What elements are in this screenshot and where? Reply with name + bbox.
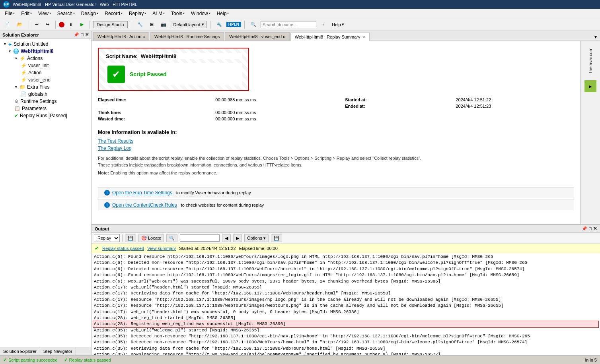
tree-globals[interactable]: 📄 globals.h xyxy=(2,91,90,98)
tab-runtime-settings[interactable]: WebHttpHtml8 : Runtime Settings xyxy=(150,32,224,41)
solution-icon: ◈ xyxy=(8,41,12,47)
design-studio-button[interactable]: Design Studio xyxy=(93,21,128,28)
runtime-link-bar-1: i Open the Run Time Settings to modify V… xyxy=(98,187,574,198)
tree-actions[interactable]: ▼ ⚡ Actions xyxy=(2,55,90,62)
menu-edit[interactable]: Edit ▾ xyxy=(18,10,35,17)
view-summary-link[interactable]: View summary xyxy=(147,246,176,251)
note-text: Note: Enabling this option may affect th… xyxy=(98,170,574,175)
menu-help[interactable]: Help ▾ xyxy=(214,10,232,17)
grid-btn[interactable]: ⊞ xyxy=(147,21,156,28)
log-line: Action.c(6): Found resource http://192.1… xyxy=(93,272,598,278)
file-icon: 📄 xyxy=(21,91,27,97)
replay-status-link[interactable]: Replay status passed xyxy=(102,246,144,251)
output-pin-btn[interactable]: 📌 xyxy=(582,226,587,231)
tree-action[interactable]: ⚡ Action xyxy=(2,69,90,76)
output-search-input[interactable] xyxy=(180,234,220,242)
tab-close-icon[interactable]: ✕ xyxy=(362,35,365,39)
tab-dropdown-btn[interactable]: ▾ xyxy=(593,33,598,41)
menu-window[interactable]: Window ▾ xyxy=(188,10,214,17)
log-line: Action.c(35): Detected non-resource "htt… xyxy=(93,339,598,345)
menu-tools[interactable]: Tools ▾ xyxy=(168,10,188,17)
play-btn[interactable]: ▶ xyxy=(78,21,86,28)
prev-search-btn[interactable]: ◀ xyxy=(222,234,231,242)
vugen2-btn[interactable]: 🔩 xyxy=(214,21,225,28)
save-log-btn[interactable]: 💾 xyxy=(271,234,282,242)
open-btn[interactable]: 📂 xyxy=(14,21,25,28)
log-line: Action.c(28): Registering web_reg_find w… xyxy=(93,321,598,327)
output-log[interactable]: Action.c(5): Found resource http://192.1… xyxy=(92,253,600,355)
search-toolbar-btn[interactable]: 🔍 xyxy=(248,21,259,28)
default-layout-button[interactable]: Default layout ▾ xyxy=(171,21,207,28)
tree-solution[interactable]: ▼ ◈ Solution Untitled xyxy=(2,41,90,48)
pause-btn[interactable]: ⏸ xyxy=(66,21,76,28)
next-search-btn[interactable]: ▶ xyxy=(233,234,242,242)
menu-view[interactable]: View ▾ xyxy=(35,10,54,17)
menu-design[interactable]: Design ▾ xyxy=(78,10,101,17)
search-toolbar-input[interactable] xyxy=(261,21,316,28)
sidebar-header-buttons: 📌 □ ✕ xyxy=(74,32,89,37)
log-line: Action.c(17): Retrieving data from cache… xyxy=(93,290,598,296)
script-passed-box: Script Name: WebHttpHtml8 ✔ Script Passe… xyxy=(98,48,249,91)
info-icon-1: i xyxy=(104,190,110,196)
test-results-link[interactable]: The Test Results xyxy=(98,138,574,144)
replay-log-link[interactable]: The Replay Log xyxy=(98,145,574,151)
output-float-btn[interactable]: □ xyxy=(589,226,592,231)
help-button[interactable]: Help ▾ xyxy=(329,21,347,28)
vugen-btn[interactable]: 🔧 xyxy=(134,21,146,28)
output-source-select[interactable]: Replay xyxy=(94,234,120,242)
menu-file[interactable]: File ▾ xyxy=(2,10,18,17)
undo-btn[interactable]: ↩ xyxy=(32,21,41,28)
locate-btn[interactable]: 🎯 Locate xyxy=(138,234,164,242)
sidebar-close-btn[interactable]: ✕ xyxy=(85,32,89,37)
tab-replay-summary[interactable]: WebHttpHtml8 : Replay Summary ✕ xyxy=(290,33,370,41)
right-panel-arrow-btn[interactable]: ▶ xyxy=(584,80,596,92)
menu-record[interactable]: Record ▾ xyxy=(101,10,126,17)
content-check-link[interactable]: Open the ContentCheck Rules xyxy=(112,202,177,208)
runtime-link-bar-2: i Open the ContentCheck Rules to check w… xyxy=(98,199,574,210)
tree-runtime-settings[interactable]: ⚙ Runtime Settings xyxy=(2,98,90,105)
sidebar-tab-solution-explorer[interactable]: Solution Explorer xyxy=(0,347,40,355)
redo-btn[interactable]: ↪ xyxy=(43,21,52,28)
more-info-title: More information is available in: xyxy=(98,129,574,135)
log-line: Action.c(28): web_reg_find started [MsgI… xyxy=(93,315,598,321)
runtime-links: i Open the Run Time Settings to modify V… xyxy=(98,187,574,210)
right-panel: The avai curr ▶ xyxy=(580,41,600,224)
tree-extra-files[interactable]: ▼ 📁 Extra Files xyxy=(2,83,90,91)
log-line: Action.c(17): Resource "http://192.168.1… xyxy=(93,297,598,303)
script-icon: 🌐 xyxy=(13,48,19,54)
tree-vuser-end[interactable]: ⚡ vuser_end xyxy=(2,76,90,83)
tab-vuser-end[interactable]: WebHttpHtml8 : vuser_end.c xyxy=(225,32,289,41)
output-status-bar: ✔ Replay status passed View summary Star… xyxy=(92,244,600,253)
hpln-badge[interactable]: HPLN xyxy=(226,22,241,27)
runtime-settings-link[interactable]: Open the Run Time Settings xyxy=(112,190,172,196)
output-close-btn[interactable]: ✕ xyxy=(593,226,597,231)
folder-icon: 📁 xyxy=(19,84,25,90)
save-output-btn[interactable]: 💾 xyxy=(125,234,136,242)
new-btn[interactable]: 📄 xyxy=(2,21,13,28)
log-line: Action.c(35): Detected non-resource "htt… xyxy=(93,333,598,339)
expand-icon: ▼ xyxy=(3,42,7,46)
sidebar-header: Solution Explorer 📌 □ ✕ xyxy=(0,31,91,39)
tree-replay-runs[interactable]: ✔ Replay Runs [Passed] xyxy=(2,112,90,119)
more-info-section: More information is available in: The Te… xyxy=(98,129,574,175)
screenshot-btn[interactable]: 📷 xyxy=(158,21,169,28)
line-indicator: ln ln 5 xyxy=(585,358,597,362)
tab-action-c[interactable]: WebHttpHtml8 : Action.c xyxy=(93,32,149,41)
actions-icon: ⚡ xyxy=(19,56,25,61)
tree-parameters[interactable]: 📋 Parameters xyxy=(2,105,90,112)
tree-script[interactable]: ▼ 🌐 WebHttpHtml8 xyxy=(2,48,90,55)
tree-vuser-init[interactable]: ⚡ vuser_init xyxy=(2,62,90,69)
sidebar-float-btn[interactable]: □ xyxy=(81,32,84,37)
menu-alm[interactable]: ALM ▾ xyxy=(149,10,168,17)
info-text: For additional details about the script … xyxy=(98,155,574,168)
log-line: Action.c(35): Retrieving data from cache… xyxy=(93,346,598,352)
sidebar-tab-step-navigator[interactable]: Step Navigator xyxy=(40,347,76,355)
sep2 xyxy=(55,21,56,29)
menu-search[interactable]: Search ▾ xyxy=(54,10,78,17)
search-output-btn[interactable]: 🔍 xyxy=(166,234,177,242)
sidebar-pin-btn[interactable]: 📌 xyxy=(74,32,79,37)
options-btn[interactable]: Options ▾ xyxy=(244,234,269,242)
menu-replay[interactable]: Replay ▾ xyxy=(126,10,149,17)
log-line: Action.c(6): Detected non-resource "http… xyxy=(93,260,598,266)
search-go-btn[interactable]: → xyxy=(318,21,328,28)
